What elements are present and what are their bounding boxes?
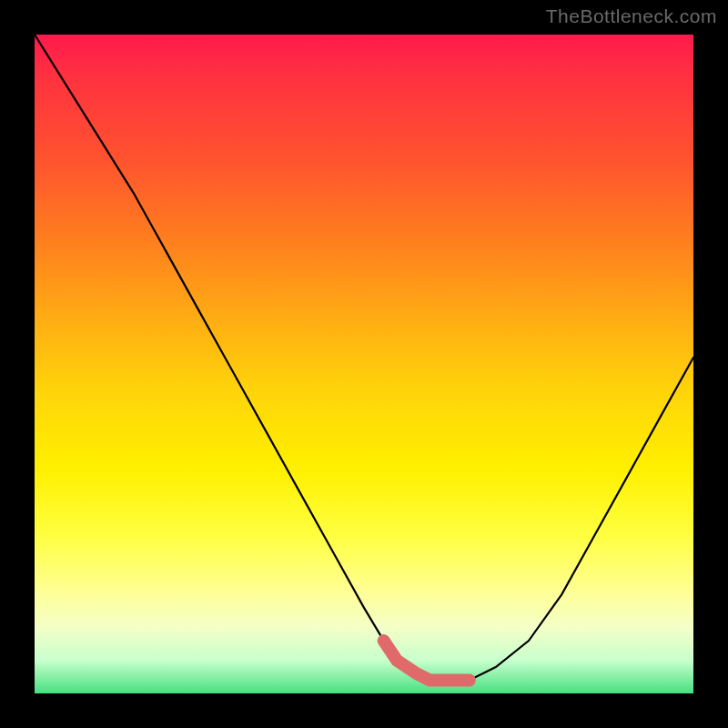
- chart-svg: [35, 35, 693, 693]
- chart-highlight-segment: [384, 641, 470, 680]
- chart-plot-area: [35, 35, 693, 693]
- chart-frame: TheBottleneck.com: [0, 0, 728, 728]
- watermark-text: TheBottleneck.com: [546, 5, 717, 27]
- chart-curve: [35, 35, 693, 681]
